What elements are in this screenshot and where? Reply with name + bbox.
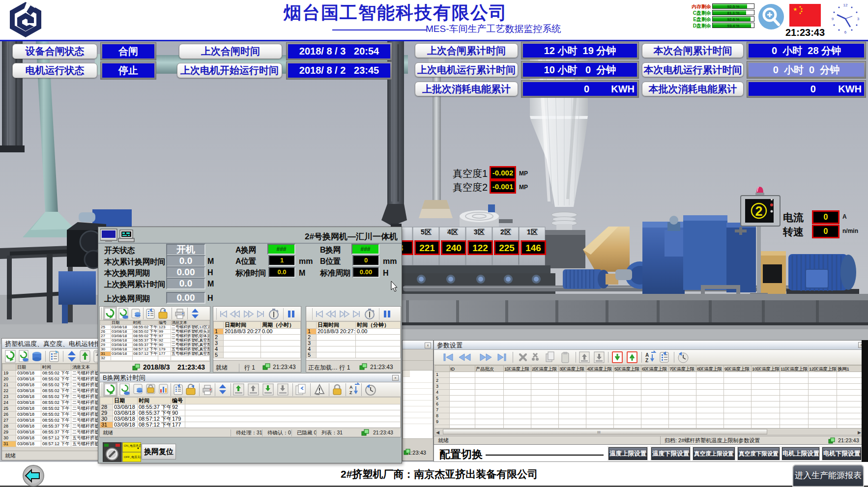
svg-text:ON_电剪再启: ON_电剪再启 — [124, 444, 141, 448]
svg-text:Z: Z — [645, 358, 648, 363]
svg-text:A: A — [349, 385, 353, 390]
svg-text:6: 6 — [844, 30, 847, 34]
svg-text:9: 9 — [832, 17, 834, 21]
svg-text:Z: Z — [349, 390, 352, 395]
svg-text:A: A — [645, 352, 649, 358]
svg-text:OFF_电剪关闭: OFF_电剪关闭 — [124, 455, 141, 459]
svg-text:12: 12 — [843, 3, 848, 7]
svg-text:3: 3 — [857, 17, 860, 21]
svg-text:2: 2 — [755, 204, 762, 219]
